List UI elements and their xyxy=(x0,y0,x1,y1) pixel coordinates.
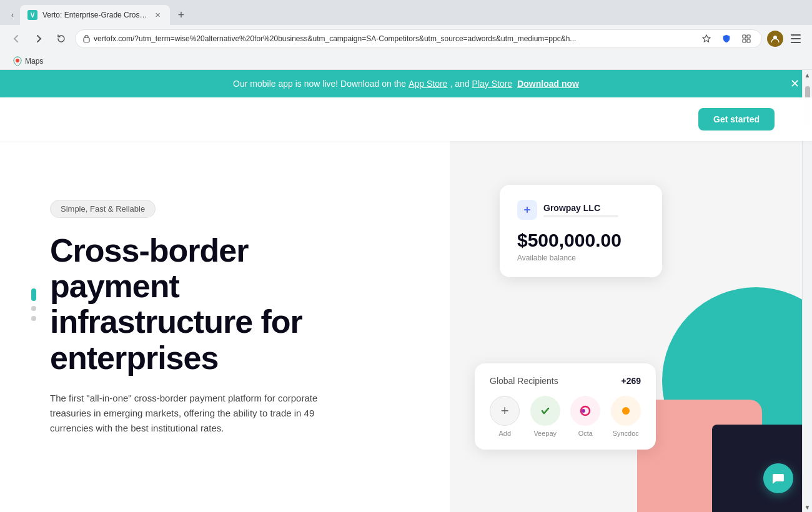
close-tab-button[interactable]: ✕ xyxy=(152,10,162,20)
recipients-title: Global Recipients xyxy=(490,376,558,386)
svg-point-9 xyxy=(16,59,19,62)
dot-3[interactable] xyxy=(31,316,36,321)
recipient-syncdoc[interactable]: Syncdoc xyxy=(611,396,641,437)
add-recipient-icon: + xyxy=(490,396,520,426)
announcement-banner: Our mobile app is now live! Download on … xyxy=(0,70,812,97)
get-started-button[interactable]: Get started xyxy=(698,108,775,130)
banner-text: Our mobile app is now live! Download on … xyxy=(233,79,406,89)
play-store-link[interactable]: Play Store xyxy=(472,79,513,89)
recipient-veepay[interactable]: Veepay xyxy=(530,396,560,437)
recipients-icons: + Add Veepay xyxy=(490,396,641,437)
extension-puzzle-button[interactable] xyxy=(739,31,754,46)
balance-label: Available balance xyxy=(517,254,645,262)
main-content: Our mobile app is now live! Download on … xyxy=(0,70,812,512)
tab-title: Verto: Enterprise-Grade Cross-B xyxy=(42,11,147,19)
app-store-link[interactable]: App Store xyxy=(408,79,447,89)
svg-rect-2 xyxy=(747,35,750,38)
page-wrapper: Our mobile app is now live! Download on … xyxy=(0,70,812,512)
chat-button[interactable] xyxy=(763,463,793,493)
hero-bg xyxy=(450,97,812,512)
forward-button[interactable] xyxy=(30,30,47,47)
nav-bar: Get started xyxy=(0,97,812,141)
hero-heading: Cross-border payment infrastructure for … xyxy=(50,233,412,376)
hero-tag: Simple, Fast & Reliable xyxy=(50,200,156,218)
new-tab-button[interactable]: + xyxy=(172,6,190,24)
syncdoc-label: Syncdoc xyxy=(613,430,639,437)
url-text: vertofx.com/?utm_term=wise%20alternative… xyxy=(94,34,695,43)
lock-icon xyxy=(83,34,90,44)
back-button[interactable] xyxy=(7,30,25,47)
scroll-track[interactable] xyxy=(803,80,812,502)
balance-card: Growpay LLC $500,000.00 Available balanc… xyxy=(500,185,662,277)
maps-favicon xyxy=(12,56,22,66)
recipients-count: +269 xyxy=(621,376,641,386)
browser-tab-active[interactable]: V Verto: Enterprise-Grade Cross-B ✕ xyxy=(20,5,170,25)
svg-rect-6 xyxy=(791,34,801,36)
recipients-header: Global Recipients +269 xyxy=(490,376,641,386)
company-avatar xyxy=(517,200,537,220)
tab-favicon: V xyxy=(27,10,37,20)
profile-avatar-button[interactable] xyxy=(767,31,783,47)
tab-bar: ‹ V Verto: Enterprise-Grade Cross-B ✕ + xyxy=(0,0,812,25)
recipient-add[interactable]: + Add xyxy=(490,396,520,437)
bookmark-maps[interactable]: Maps xyxy=(7,55,48,67)
tab-scroll-left[interactable]: ‹ xyxy=(5,6,20,24)
bookmark-maps-label: Maps xyxy=(25,57,43,66)
scroll-up-arrow[interactable]: ▲ xyxy=(803,70,812,80)
banner-close-button[interactable]: ✕ xyxy=(787,76,802,91)
extension-shield-button[interactable] xyxy=(719,31,734,46)
browser-chrome: ‹ V Verto: Enterprise-Grade Cross-B ✕ + … xyxy=(0,0,812,70)
bookmark-star-button[interactable] xyxy=(699,31,714,46)
address-actions xyxy=(699,31,754,46)
hero-right: Growpay LLC $500,000.00 Available balanc… xyxy=(450,97,812,512)
svg-rect-8 xyxy=(791,42,801,43)
balance-card-header: Growpay LLC xyxy=(517,200,645,220)
svg-rect-3 xyxy=(743,39,746,42)
veepay-label: Veepay xyxy=(533,430,557,437)
recipients-card: Global Recipients +269 + Add Veepay xyxy=(475,363,656,450)
company-bar xyxy=(543,215,618,217)
dot-1[interactable] xyxy=(31,288,36,301)
dot-2[interactable] xyxy=(31,306,36,311)
chrome-menu-button[interactable] xyxy=(787,30,805,47)
download-now-link[interactable]: Download now xyxy=(517,79,579,89)
refresh-button[interactable] xyxy=(52,30,70,47)
dark-shape xyxy=(712,425,812,512)
veepay-icon xyxy=(530,396,560,426)
octa-label: Octa xyxy=(578,430,593,437)
company-info: Growpay LLC xyxy=(543,203,618,217)
carousel-dots xyxy=(31,288,36,321)
address-bar[interactable]: vertofx.com/?utm_term=wise%20alternative… xyxy=(75,29,762,48)
syncdoc-icon xyxy=(611,396,641,426)
hero-section: Get started Simple, Fast & Reliable Cros… xyxy=(0,97,812,512)
svg-rect-4 xyxy=(747,39,750,42)
recipient-octa[interactable]: Octa xyxy=(570,396,600,437)
hero-left: Simple, Fast & Reliable Cross-border pay… xyxy=(0,97,450,512)
svg-rect-7 xyxy=(791,38,801,39)
scroll-down-arrow[interactable]: ▼ xyxy=(803,502,812,512)
add-label: Add xyxy=(498,430,511,437)
balance-amount: $500,000.00 xyxy=(517,230,645,251)
hero-body-text: The first "all-in-one" cross-border paym… xyxy=(50,391,337,436)
svg-rect-0 xyxy=(84,37,89,42)
banner-separator: , and xyxy=(450,79,469,89)
svg-point-14 xyxy=(582,409,585,413)
svg-rect-1 xyxy=(743,35,746,38)
octa-icon xyxy=(570,396,600,426)
browser-toolbar: vertofx.com/?utm_term=wise%20alternative… xyxy=(0,25,812,52)
browser-actions xyxy=(767,30,805,47)
svg-rect-16 xyxy=(622,407,630,415)
company-name: Growpay LLC xyxy=(543,203,618,213)
bookmarks-bar: Maps xyxy=(0,52,812,70)
